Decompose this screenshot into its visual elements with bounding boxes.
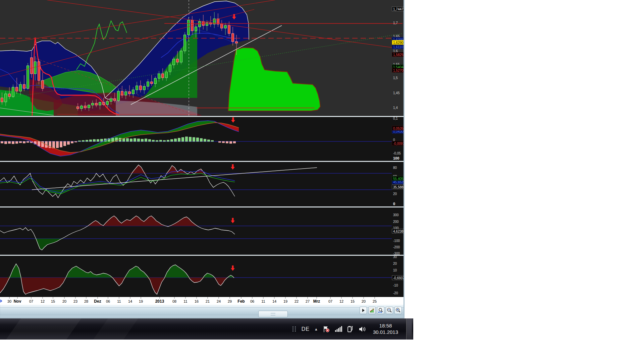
- macd-histogram-bar: [38, 141, 40, 146]
- candle-body: [95, 103, 98, 105]
- clock-time: 18:58: [379, 323, 392, 329]
- macd-histogram-bar: [19, 141, 22, 143]
- chart-bottom-toolbar: [0, 304, 404, 319]
- candle-body: [38, 62, 40, 80]
- candle-body: [80, 106, 83, 109]
- price-axis-label: -10: [393, 284, 398, 287]
- panel-background: [0, 162, 404, 206]
- price-badge: -0,6937: [393, 276, 404, 280]
- macd-histogram-bar: [182, 137, 184, 141]
- profit-chart-button[interactable]: [368, 307, 376, 314]
- chart-canvas[interactable]: 1,74471,71,651,63951,61101,62901,61,5825…: [0, 0, 404, 304]
- price-axis-label: 1,45: [393, 91, 400, 95]
- date-axis-label: 24: [217, 299, 221, 303]
- taskbar-empty-area[interactable]: [0, 318, 292, 340]
- macd-histogram-bar: [16, 141, 18, 143]
- panel-background: [0, 207, 404, 255]
- macd-histogram-bar: [163, 140, 166, 141]
- candle-body: [16, 87, 18, 91]
- price-badge: 45,652: [393, 180, 404, 184]
- macd-histogram-bar: [200, 138, 203, 141]
- date-axis-label: 11: [183, 299, 187, 303]
- zoom-out-button[interactable]: [386, 307, 393, 314]
- macd-histogram-bar: [12, 141, 14, 144]
- candle-body: [232, 34, 234, 42]
- macd-histogram-bar: [53, 141, 55, 148]
- macd-histogram-bar: [226, 141, 228, 143]
- candle-body: [132, 90, 135, 94]
- macd-histogram-bar: [152, 140, 155, 141]
- candle-body: [99, 103, 101, 105]
- date-axis-label: 07: [29, 299, 33, 303]
- macd-histogram-bar: [126, 138, 129, 141]
- candle-body: [154, 78, 157, 84]
- price-badge: 1,7447: [393, 7, 404, 11]
- power-plug-icon[interactable]: [347, 326, 354, 333]
- horizontal-scrollbar-thumb[interactable]: [258, 311, 288, 317]
- volume-speaker-icon[interactable]: [359, 326, 366, 332]
- price-axis-label: 200: [393, 220, 399, 224]
- price-axis-label: 0,1: [393, 117, 398, 120]
- macd-histogram-bar: [78, 141, 81, 141]
- scrollbar-grip-icon: [271, 313, 275, 315]
- candle-body: [136, 86, 138, 90]
- scroll-right-button[interactable]: [360, 307, 367, 314]
- date-axis-label: 2013: [155, 299, 164, 304]
- candle-body: [106, 101, 109, 105]
- panel-separator: [0, 116, 404, 117]
- candle-body: [147, 82, 149, 86]
- date-axis-label: 12: [41, 299, 45, 303]
- zoom-range-button[interactable]: [377, 307, 384, 314]
- language-indicator[interactable]: DE: [302, 326, 310, 332]
- price-axis-label: 30: [393, 255, 397, 259]
- candle-body: [235, 42, 238, 43]
- macd-histogram-bar: [204, 139, 206, 141]
- date-axis-label: 11: [117, 299, 121, 303]
- price-badge: 1,6290: [393, 41, 404, 45]
- macd-histogram-bar: [211, 140, 214, 141]
- macd-histogram-bar: [67, 141, 70, 144]
- price-axis-label: 1,5: [393, 76, 398, 80]
- macd-histogram-bar: [134, 138, 136, 141]
- macd-histogram-bar: [233, 141, 236, 143]
- profit-chart-icon: [370, 308, 374, 313]
- taskbar-clock[interactable]: 18:58 30.01.2013: [373, 323, 398, 336]
- date-axis-label: 23: [73, 299, 77, 303]
- date-axis-label: 15: [351, 299, 355, 303]
- zoom-in-button[interactable]: [394, 307, 402, 314]
- date-axis-label: 15: [51, 299, 55, 303]
- candle-body: [114, 99, 116, 101]
- macd-histogram-bar: [60, 141, 62, 147]
- network-signal-icon[interactable]: [335, 326, 342, 332]
- macd-histogram-bar: [197, 138, 199, 141]
- macd-histogram-bar: [8, 141, 11, 143]
- show-hidden-icons-arrow-icon[interactable]: ▲: [314, 327, 318, 331]
- date-axis-label: 27: [306, 299, 310, 303]
- price-axis-label: -200: [393, 245, 400, 249]
- date-axis-label: 21: [206, 299, 210, 303]
- macd-histogram-bar: [71, 141, 73, 143]
- candle-body: [110, 99, 112, 101]
- price-axis-label: 20: [393, 262, 397, 265]
- macd-histogram-bar: [130, 139, 132, 141]
- date-axis-label: 14: [128, 299, 132, 303]
- candle-body: [42, 80, 44, 88]
- candle-body: [84, 106, 87, 108]
- price-axis-label: 1,4: [393, 106, 398, 110]
- price-badge: 1,5270: [393, 69, 404, 72]
- zoom-in-icon: [395, 308, 401, 313]
- macd-histogram-bar: [149, 139, 151, 141]
- candle-body: [158, 74, 160, 78]
- macd-histogram-bar: [185, 137, 188, 141]
- candle-body: [221, 24, 223, 28]
- candle-body: [88, 105, 90, 108]
- chart-window: 1,74471,71,651,63951,61101,62901,61,5825…: [0, 0, 405, 318]
- action-center-flag-icon[interactable]: [323, 326, 330, 333]
- candle-body: [103, 103, 105, 105]
- macd-histogram-bar: [189, 137, 192, 141]
- candle-body: [128, 92, 131, 94]
- show-desktop-button[interactable]: [406, 318, 412, 340]
- date-axis-label: 25: [373, 299, 377, 303]
- candle-body: [187, 20, 190, 35]
- price-axis-label: 80: [393, 166, 397, 170]
